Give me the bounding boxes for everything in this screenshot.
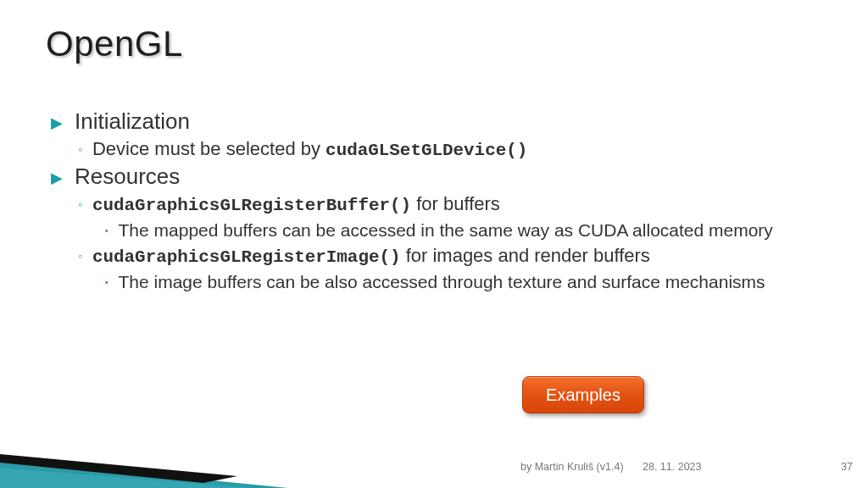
- text-pre: Device must be selected by: [92, 138, 326, 159]
- circle-bullet-icon: ◦: [78, 197, 82, 211]
- bullet-text: cudaGraphicsGLRegisterImage() for images…: [92, 245, 650, 267]
- slide-footer: by Martin Kruliš (v1.4) 28. 11. 2023 37: [0, 461, 868, 478]
- bullet-text: cudaGraphicsGLRegisterBuffer() for buffe…: [92, 193, 500, 215]
- bullet-register-buffer: ◦ cudaGraphicsGLRegisterBuffer() for buf…: [78, 193, 826, 215]
- bullet-initialization: ▶ Initialization: [51, 108, 826, 135]
- bullet-text: Initialization: [75, 108, 190, 135]
- bullet-text: Resources: [75, 164, 180, 190]
- bullet-buffer-detail: • The mapped buffers can be accessed in …: [105, 219, 826, 241]
- circle-bullet-icon: ◦: [78, 142, 82, 156]
- code-text: cudaGLSetGLDevice(): [326, 141, 527, 160]
- bullet-text: The image buffers can be also accessed t…: [119, 270, 765, 293]
- triangle-bullet-icon: ▶: [51, 169, 63, 187]
- bullet-text: The mapped buffers can be accessed in th…: [119, 219, 773, 241]
- footer-date: 28. 11. 2023: [643, 461, 702, 473]
- text-post: for buffers: [411, 193, 500, 214]
- triangle-bullet-icon: ▶: [51, 114, 63, 132]
- dot-bullet-icon: •: [105, 225, 108, 236]
- slide-title: OpenGL: [46, 24, 183, 64]
- circle-bullet-icon: ◦: [78, 249, 82, 263]
- slide-content: ▶ Initialization ◦ Device must be select…: [51, 108, 826, 297]
- bullet-register-image: ◦ cudaGraphicsGLRegisterImage() for imag…: [78, 245, 826, 267]
- bullet-image-detail: • The image buffers can be also accessed…: [105, 270, 826, 293]
- text-post: for images and render buffers: [401, 245, 650, 266]
- bullet-text: Device must be selected by cudaGLSetGLDe…: [92, 138, 527, 160]
- code-text: cudaGraphicsGLRegisterBuffer(): [92, 196, 411, 215]
- examples-button[interactable]: Examples: [522, 376, 644, 413]
- bullet-init-device: ◦ Device must be selected by cudaGLSetGL…: [78, 138, 826, 160]
- bullet-resources: ▶ Resources: [51, 164, 826, 190]
- footer-author: by Martin Kruliš (v1.4): [520, 461, 624, 473]
- button-label: Examples: [546, 385, 620, 405]
- code-text: cudaGraphicsGLRegisterImage(): [92, 247, 401, 267]
- dot-bullet-icon: •: [105, 277, 108, 288]
- footer-page-number: 37: [841, 461, 853, 473]
